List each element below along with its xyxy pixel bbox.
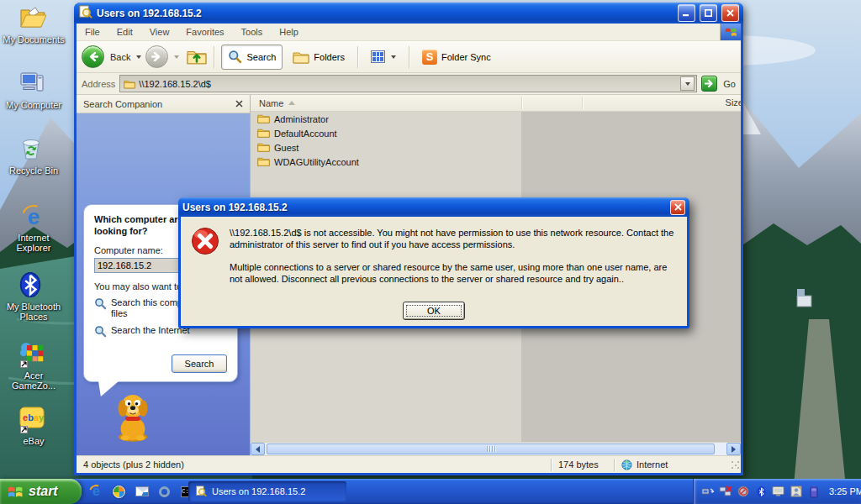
wireless-network-icon[interactable] [701, 485, 715, 498]
scrollbar-thumb[interactable] [267, 444, 715, 454]
file-row-defaultaccount[interactable]: DefaultAccount [251, 126, 741, 140]
network-disconnected-icon[interactable] [719, 485, 732, 498]
dialog-titlebar[interactable]: Users on 192.168.15.2 [178, 197, 689, 217]
search-option-icon [94, 325, 107, 339]
dialog-title: Users on 192.168.15.2 [182, 202, 666, 213]
my-computer-icon [19, 71, 48, 97]
task-search-icon [195, 486, 207, 497]
column-header-name[interactable]: Name [251, 98, 295, 108]
folder-icon [257, 113, 270, 125]
folder-icon [257, 156, 270, 168]
desktop-icon-my-documents[interactable]: My Documents [2, 5, 66, 45]
search-companion-dog[interactable] [110, 389, 156, 446]
views-button[interactable] [365, 45, 402, 70]
column-headers: Name Size [251, 95, 741, 112]
window-title: Users on 192.168.15.2 [97, 8, 673, 19]
ok-button[interactable]: OK [403, 302, 465, 320]
battery-icon[interactable] [807, 485, 821, 498]
search-submit-button[interactable]: Search [172, 354, 227, 373]
system-tray: 3:25 PM [693, 479, 861, 504]
address-value: \\192.168.15.2\d$ [139, 79, 677, 89]
folder-icon [293, 50, 309, 64]
bluetooth-icon[interactable] [754, 485, 768, 498]
close-button[interactable] [721, 4, 739, 22]
scroll-right-button[interactable] [726, 443, 741, 455]
recycle-bin-icon [19, 136, 48, 163]
file-row-guest[interactable]: Guest [251, 140, 741, 155]
quicktime-icon[interactable] [157, 485, 172, 499]
folder-sync-button[interactable]: S Folder Sync [416, 45, 497, 70]
menu-file[interactable]: File [77, 27, 108, 37]
forward-button[interactable] [145, 45, 168, 68]
window-titlebar[interactable]: Users on 192.168.15.2 [74, 3, 743, 24]
menu-favorites[interactable]: Favorites [177, 27, 232, 37]
folder-icon [257, 128, 270, 139]
task-label: Users on 192.168.15.2 [212, 486, 305, 496]
bluetooth-icon [19, 272, 48, 299]
file-name: Guest [274, 143, 298, 153]
dialog-message-1: \\192.168.15.2\d$ is not accessible. You… [230, 227, 675, 250]
file-row-wdagutilityaccount[interactable]: WDAGUtilityAccount [251, 155, 741, 169]
scroll-left-button[interactable] [251, 443, 265, 455]
back-dropdown-icon[interactable] [136, 55, 141, 59]
address-bar: Address \\192.168.15.2\d$ Go [77, 73, 741, 95]
status-size: 174 bytes [552, 459, 614, 470]
minimize-button[interactable] [678, 4, 695, 22]
horizontal-scrollbar[interactable] [251, 442, 741, 455]
views-icon [371, 50, 385, 63]
volume-muted-icon[interactable] [737, 485, 750, 498]
maximize-button[interactable] [700, 4, 717, 22]
internet-explorer-icon: e [19, 203, 48, 230]
start-button[interactable]: start [0, 479, 82, 504]
media-player-icon[interactable] [112, 485, 126, 499]
file-name: DefaultAccount [274, 129, 337, 139]
folders-button[interactable]: Folders [287, 45, 351, 70]
address-field[interactable]: \\192.168.15.2\d$ [119, 75, 697, 92]
desktop-icon-recycle-bin[interactable]: Recycle Bin [2, 136, 66, 176]
file-name: Administrator [274, 114, 329, 124]
taskbar: start eC:\ Users on 192.168.15.2 3:25 PM [0, 479, 861, 504]
desktop-icon-acer-gamezo[interactable]: Acer GameZo... [2, 341, 66, 391]
go-button[interactable] [701, 76, 717, 92]
display-icon[interactable] [772, 485, 785, 498]
desktop-icon-label: Acer GameZo... [2, 370, 66, 391]
resize-grip[interactable] [731, 460, 739, 469]
menu-view[interactable]: View [141, 27, 178, 37]
search-icon [228, 50, 242, 64]
status-objects: 4 objects (plus 2 hidden) [77, 459, 551, 470]
internet-explorer-icon[interactable]: e [89, 485, 103, 499]
status-bar: 4 objects (plus 2 hidden) 174 bytes Inte… [77, 455, 741, 473]
search-button[interactable]: Search [221, 45, 283, 70]
desktop-icon-my-bluetooth-places[interactable]: My Bluetooth Places [2, 272, 66, 322]
toolbar: Back Search Folders S [77, 41, 741, 73]
outlook-express-icon[interactable] [135, 485, 149, 499]
file-row-administrator[interactable]: Administrator [251, 112, 741, 126]
taskbar-task-button[interactable]: Users on 192.168.15.2 [188, 481, 346, 501]
start-label: start [29, 484, 58, 499]
desktop-icon-ebay[interactable]: ebayeBay [2, 407, 66, 446]
back-button[interactable] [82, 45, 104, 68]
scrollbar-track[interactable] [265, 443, 726, 455]
quick-launch: eC:\ [89, 479, 194, 504]
menu-help[interactable]: Help [271, 27, 307, 37]
error-dialog: Users on 192.168.15.2 \\192.168.15.2\d$ … [178, 197, 689, 328]
search-results-icon [78, 5, 92, 21]
menu-bar: FileEditViewFavoritesToolsHelp [77, 24, 741, 41]
ebay-icon: ebay [19, 407, 48, 433]
address-dropdown-button[interactable] [680, 76, 695, 91]
menu-edit[interactable]: Edit [108, 27, 141, 37]
go-label[interactable]: Go [723, 79, 736, 89]
desktop-icon-internet-explorer[interactable]: eInternet Explorer [2, 203, 66, 253]
my-documents-icon [19, 5, 48, 32]
dialog-message-2: Multiple connections to a server or shar… [230, 261, 675, 285]
desktop-icon-label: My Computer [6, 100, 61, 110]
column-header-size[interactable]: Size [726, 97, 741, 108]
up-button[interactable] [187, 48, 207, 66]
desktop-icon-my-computer[interactable]: My Computer [2, 71, 66, 110]
sort-ascending-icon [288, 101, 295, 105]
close-pane-icon[interactable] [235, 99, 243, 109]
dialog-close-button[interactable] [670, 200, 685, 215]
back-label[interactable]: Back [110, 52, 130, 62]
user-accounts-icon[interactable] [790, 485, 803, 498]
menu-tools[interactable]: Tools [233, 27, 272, 37]
